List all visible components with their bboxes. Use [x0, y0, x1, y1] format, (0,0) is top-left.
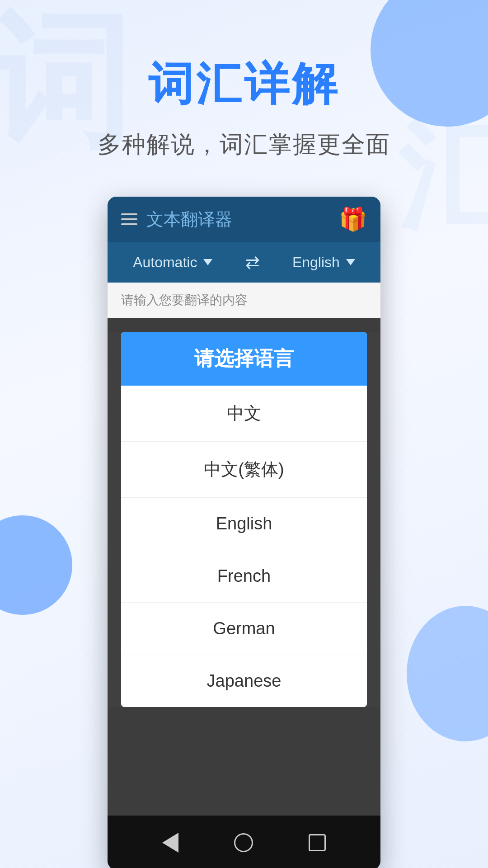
- hamburger-line: [121, 218, 137, 220]
- bottom-navigation-bar: [108, 816, 380, 868]
- language-list: 中文中文(繁体)EnglishFrenchGermanJapanese: [121, 386, 367, 707]
- hamburger-line: [121, 213, 137, 215]
- target-lang-dropdown-arrow: [346, 259, 355, 265]
- nav-recents-button[interactable]: [309, 834, 326, 851]
- dialog-header: 请选择语言: [121, 332, 367, 386]
- source-language-label: Automatic: [133, 254, 197, 271]
- target-language-button[interactable]: English: [292, 254, 355, 271]
- dialog-overlay: 请选择语言 中文中文(繁体)EnglishFrenchGermanJapanes…: [108, 318, 380, 816]
- hamburger-menu-button[interactable]: [121, 213, 137, 225]
- app-mockup: 文本翻译器 🎁 Automatic ⇄ English 请输入您要翻译的内容: [108, 197, 380, 868]
- language-item-zh[interactable]: 中文: [121, 386, 367, 442]
- input-placeholder-text: 请输入您要翻译的内容: [121, 293, 248, 307]
- translation-input-area[interactable]: 请输入您要翻译的内容: [108, 283, 380, 318]
- nav-back-button[interactable]: [162, 833, 178, 853]
- page-subtitle: 多种解说，词汇掌握更全面: [98, 129, 390, 160]
- language-item-de[interactable]: German: [121, 603, 367, 655]
- dialog-backdrop-bottom: [108, 707, 380, 816]
- dialog-title: 请选择语言: [194, 347, 294, 369]
- nav-home-button[interactable]: [234, 833, 253, 852]
- language-select-dialog: 请选择语言 中文中文(繁体)EnglishFrenchGermanJapanes…: [121, 332, 367, 707]
- language-item-fr[interactable]: French: [121, 550, 367, 603]
- hamburger-line: [121, 223, 137, 225]
- page-title: 词汇详解: [148, 54, 340, 115]
- target-language-label: English: [292, 254, 340, 271]
- source-lang-dropdown-arrow: [203, 259, 212, 265]
- swap-languages-button[interactable]: ⇄: [245, 252, 260, 272]
- gift-icon[interactable]: 🎁: [339, 206, 367, 232]
- language-item-ja[interactable]: Japanese: [121, 655, 367, 707]
- language-item-en[interactable]: English: [121, 498, 367, 550]
- app-toolbar: 文本翻译器 🎁: [108, 197, 380, 242]
- source-language-button[interactable]: Automatic: [133, 254, 212, 271]
- language-item-zh-tw[interactable]: 中文(繁体): [121, 442, 367, 498]
- app-title: 文本翻译器: [146, 208, 232, 231]
- language-selector-row: Automatic ⇄ English: [108, 242, 380, 283]
